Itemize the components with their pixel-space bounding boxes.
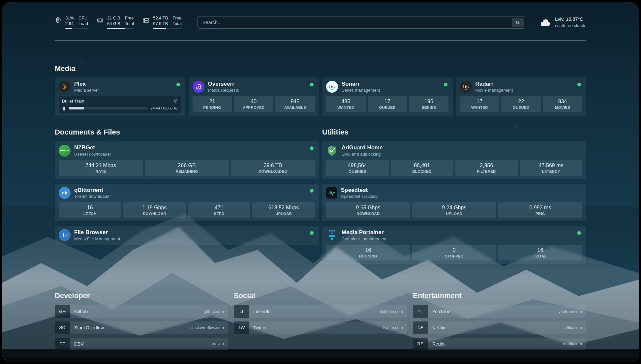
portainer-icon <box>326 229 338 241</box>
service-title: Plex <box>74 81 99 87</box>
stat-value: 945 <box>277 99 314 105</box>
bookmark-abbr: TW <box>234 321 249 334</box>
stat-label: APPROVED <box>235 106 272 109</box>
stat-value: 498,564 <box>327 163 387 168</box>
bookmark-reddit[interactable]: RE Reddit reddit.com <box>413 338 586 350</box>
stat-upload: 618.52 Mbps UPLOAD <box>252 202 315 218</box>
stat-ping: 0.993 ms PING <box>498 202 582 218</box>
bookmark-name: Netflix <box>432 325 445 330</box>
section-title-media: Media <box>55 64 586 73</box>
bookmark-github[interactable]: GH Github github.com <box>55 305 228 318</box>
status-dot <box>577 83 581 86</box>
stat-value: 9.65 Gbps <box>327 205 409 211</box>
service-card-speedtest[interactable]: Speedtest Speedtest Tracking 9.65 Gbps D… <box>322 184 586 221</box>
resource-memory: 21 GiB 64 GiB Free Total <box>97 15 134 30</box>
stat-value: 17 <box>461 99 498 105</box>
service-desc: Series management <box>342 88 380 93</box>
resource-widgets: 31% 2.94 CPU Load <box>55 15 182 30</box>
stat-label: STOPPED <box>413 254 495 258</box>
stat-label: DOWNLOADED <box>232 169 314 173</box>
stat-stopped: 0 STOPPED <box>412 245 496 260</box>
bookmark-stackoverflow[interactable]: SO StackOverflow stackoverflow.com <box>55 321 228 334</box>
service-title: NZBGet <box>74 144 111 151</box>
stat-label: TOTAL <box>500 254 581 258</box>
stat-label: MOVIES <box>544 106 581 109</box>
bookmark-abbr: YT <box>413 305 428 318</box>
bookmark-twitter[interactable]: TW Twitter twitter.com <box>234 321 407 334</box>
bookmarks-developer: Developer GH Github github.com SO StackO… <box>55 291 228 354</box>
media-cards-row: Plex Media server Bullet Train <box>55 77 586 116</box>
playback-time: 24:44 / 02:06:47 <box>150 106 178 110</box>
stat-label: LEECH <box>60 212 120 216</box>
stat-download: 1.19 Gbps DOWNLOAD <box>123 202 186 218</box>
stat-value: 9.24 Gbps <box>413 205 495 211</box>
pause-icon[interactable] <box>62 106 66 110</box>
bookmark-domain: github.com <box>204 309 224 314</box>
stat-label: QUEUED <box>503 106 539 109</box>
cpu-values: 31% 2.94 <box>65 15 74 27</box>
stat-seed: 471 SEED <box>188 202 251 218</box>
stat-value: 485 <box>327 99 364 105</box>
service-card-qbittorrent[interactable]: qb qBittorrent Torrent downloader 16 LEE… <box>55 184 319 221</box>
stat-queued: 22 QUEUED <box>501 96 541 112</box>
service-card-radarr[interactable]: Radarr Movie management 17 WANTED 22 QUE… <box>456 77 587 116</box>
service-desc: Media File Management <box>74 236 120 241</box>
service-title: Speedtest <box>341 187 378 194</box>
stat-upload: 9.24 Gbps UPLOAD <box>412 202 496 218</box>
service-card-nzbget[interactable]: nzbget NZBGet Usenet downloader 744.21 M… <box>55 141 319 179</box>
service-card-adguard[interactable]: AdGuard Home DNS and adblocking 498,564 … <box>322 141 586 179</box>
cloud-icon <box>538 17 551 27</box>
playback-progress-bar[interactable] <box>69 107 147 109</box>
stat-value: 16 <box>60 205 120 211</box>
bookmark-netflix[interactable]: NF Netflix netflix.com <box>413 321 586 334</box>
bookmark-name: Twitter <box>253 325 267 330</box>
status-dot <box>444 83 447 86</box>
bookmark-domain: twitter.com <box>383 325 403 330</box>
stat-value: 744.21 Mbps <box>60 163 141 168</box>
filebrowser-icon <box>59 229 71 241</box>
bookmarks-area: Developer GH Github github.com SO StackO… <box>55 291 586 354</box>
search-input[interactable] <box>198 16 525 29</box>
search-provider-button[interactable]: G <box>512 18 524 27</box>
stat-label: SEED <box>189 212 249 216</box>
stat-label: RUNNING <box>327 254 409 258</box>
service-card-filebrowser[interactable]: File Browser Media File Management <box>55 226 319 244</box>
stat-value: 618.52 Mbps <box>254 205 314 211</box>
bookmark-abbr: SO <box>55 321 70 334</box>
gear-icon[interactable] <box>173 98 178 104</box>
utilities-column: Utilities AdGuard Home <box>322 128 586 268</box>
radarr-icon <box>460 81 472 93</box>
status-dot <box>176 83 180 86</box>
service-title: Sonarr <box>342 81 380 87</box>
stat-pending: 21 PENDING <box>193 96 232 112</box>
stat-value: 39.6 TB <box>232 163 314 168</box>
service-card-sonarr[interactable]: Sonarr Series management 485 WANTED 17 Q… <box>322 77 453 116</box>
top-bar: 31% 2.94 CPU Load <box>55 14 586 31</box>
bookmark-domain: linkedin.com <box>380 309 403 314</box>
bookmarks-social: Social LI LinkedIn linkedin.com TW Twitt… <box>234 291 407 354</box>
bookmark-name: DEV <box>74 341 84 347</box>
now-playing-title: Bullet Train <box>62 99 84 104</box>
section-title-utilities: Utilities <box>322 128 586 136</box>
bookmark-dev[interactable]: DT DEV dev.to <box>55 338 228 350</box>
qbittorrent-icon: qb <box>59 187 71 199</box>
stat-queued: 17 QUEUED <box>368 96 407 112</box>
stat-label: UPLOAD <box>413 212 495 216</box>
bookmark-youtube[interactable]: YT YouTube youtube.com <box>413 305 586 318</box>
service-title: Overseerr <box>208 81 239 87</box>
stat-value: 47.569 ms <box>521 163 581 168</box>
cpu-labels: CPU Load <box>78 15 88 27</box>
resource-disk: 52.4 TB 97.9 TB Free Total <box>142 15 182 30</box>
bookmark-domain: dev.to <box>213 342 224 346</box>
section-title-social: Social <box>234 291 407 300</box>
status-dot <box>310 83 314 86</box>
service-card-plex[interactable]: Plex Media server Bullet Train <box>55 77 185 116</box>
stat-leech: 16 LEECH <box>59 202 121 218</box>
bookmark-domain: youtube.com <box>558 309 582 314</box>
service-card-overseerr[interactable]: Overseerr Media Requests 21 PENDING 40 A… <box>189 77 319 116</box>
service-card-portainer[interactable]: Media Portainer Container management 16 … <box>322 226 586 263</box>
bookmark-abbr: LI <box>234 305 249 318</box>
stat-available: 945 AVAILABLE <box>275 96 315 112</box>
stat-label: WANTED <box>461 106 498 109</box>
bookmark-linkedin[interactable]: LI LinkedIn linkedin.com <box>234 305 407 318</box>
